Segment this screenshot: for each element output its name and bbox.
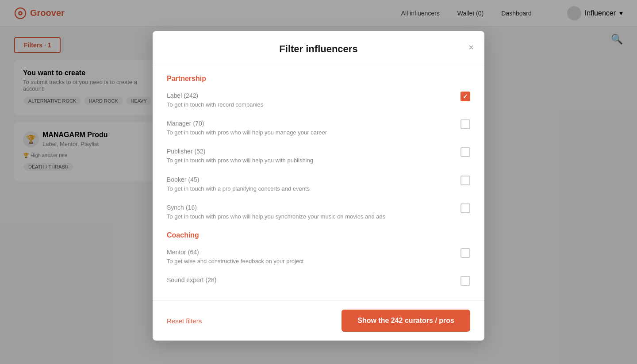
manager-checkbox-box[interactable] [460,119,470,129]
filter-item-booker: Booker (45) To get in touch with a pro p… [167,176,470,193]
synch-checkbox[interactable] [460,203,470,213]
partnership-section: Partnership Label (242) To get in touch … [167,75,470,221]
filter-label-name: Label (242) [167,92,450,99]
show-results-button[interactable]: Show the 242 curators / pros [342,310,470,332]
filter-booker-desc: To get in touch with a pro planifying co… [167,185,450,193]
modal-title: Filter influencers [167,43,470,55]
modal-body: Partnership Label (242) To get in touch … [153,64,484,300]
modal-overlay: Filter influencers × Partnership Label (… [0,0,637,364]
filter-modal: Filter influencers × Partnership Label (… [153,31,484,341]
coaching-section: Coaching Mentor (64) To get wise and con… [167,231,470,286]
booker-checkbox[interactable] [460,176,470,185]
publisher-checkbox-box[interactable] [460,147,470,157]
filter-item-synch: Synch (16) To get in touch with pros who… [167,203,470,221]
coaching-title: Coaching [167,231,470,239]
filter-item-sound-expert: Sound expert (28) [167,276,470,286]
filter-mentor-name: Mentor (64) [167,248,450,256]
reset-filters-button[interactable]: Reset filters [167,317,202,325]
filter-item-manager: Manager (70) To get in touch with pros w… [167,119,470,137]
filter-manager-name: Manager (70) [167,119,450,127]
publisher-checkbox[interactable] [460,147,470,157]
mentor-checkbox[interactable] [460,248,470,258]
filter-item-mentor: Mentor (64) To get wise and constructive… [167,248,470,265]
filter-manager-desc: To get in touch with pros who will help … [167,129,450,137]
filter-mentor-desc: To get wise and constructive feedback on… [167,257,450,265]
modal-header: Filter influencers × [153,31,484,64]
filter-label-desc: To get in touch with record companies [167,101,450,109]
filter-publisher-name: Publisher (52) [167,147,450,155]
filter-publisher-desc: To get in touch with pros who will help … [167,157,450,165]
close-button[interactable]: × [468,43,474,52]
label-checkbox-box[interactable] [460,92,470,101]
filter-synch-desc: To get in touch with pros who will help … [167,213,450,221]
filter-sound-expert-name: Sound expert (28) [167,276,450,284]
sound-expert-checkbox[interactable] [460,276,470,286]
label-checkbox[interactable] [460,92,470,101]
sound-expert-checkbox-box[interactable] [460,276,470,286]
mentor-checkbox-box[interactable] [460,248,470,258]
synch-checkbox-box[interactable] [460,203,470,213]
filter-item-label: Label (242) To get in touch with record … [167,92,470,109]
filter-item-publisher: Publisher (52) To get in touch with pros… [167,147,470,165]
partnership-title: Partnership [167,75,470,83]
manager-checkbox[interactable] [460,119,470,129]
modal-footer: Reset filters Show the 242 curators / pr… [153,300,484,341]
filter-booker-name: Booker (45) [167,176,450,183]
filter-synch-name: Synch (16) [167,203,450,211]
booker-checkbox-box[interactable] [460,176,470,185]
